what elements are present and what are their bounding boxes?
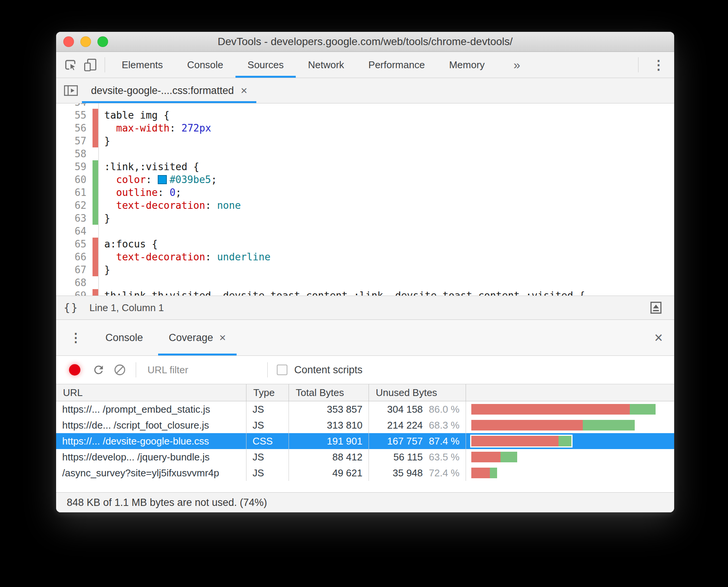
record-button[interactable] [69, 364, 80, 376]
usage-bar [471, 404, 656, 415]
code-text [99, 147, 104, 160]
coverage-summary-text: 848 KB of 1.1 MB bytes are not used. (74… [67, 497, 267, 509]
coverage-marker [93, 199, 99, 212]
show-navigator-icon[interactable] [60, 78, 82, 103]
coverage-marker [93, 147, 99, 160]
coverage-table-header: URLTypeTotal BytesUnused Bytes [56, 384, 674, 401]
code-line: 68 [56, 276, 674, 289]
drawer-tab-console[interactable]: Console [95, 320, 154, 355]
line-number: 66 [56, 250, 86, 263]
inspect-icon[interactable] [61, 52, 80, 78]
cursor-position: Line 1, Column 1 [89, 302, 164, 314]
close-coverage-tab-icon[interactable]: × [219, 331, 226, 344]
code-line: 64 [56, 225, 674, 238]
total-bytes-cell: 49 621 [289, 465, 369, 481]
coverage-summary-bar: 848 KB of 1.1 MB bytes are not used. (74… [56, 492, 674, 512]
line-number: 59 [56, 160, 86, 173]
line-number: 57 [56, 135, 86, 147]
reload-icon[interactable] [88, 363, 109, 376]
coverage-marker [93, 250, 99, 263]
usage-bar [471, 436, 571, 446]
code-line: 55 table img { [56, 109, 674, 122]
usage-bar-cell [466, 433, 674, 449]
url-cell: https://de... /script_foot_closure.js [56, 417, 246, 433]
coverage-marker [93, 103, 99, 109]
color-swatch[interactable] [158, 175, 167, 184]
used-bar-segment [559, 436, 571, 446]
coverage-row[interactable]: /async_survey?site=ylj5ifxusvvmr4p JS 49… [56, 465, 674, 481]
tab-console[interactable]: Console [175, 52, 235, 78]
coverage-marker [93, 122, 99, 135]
close-file-tab-icon[interactable]: × [241, 84, 248, 97]
code-text: color: #039be5; [99, 173, 217, 186]
tab-elements[interactable]: Elements [110, 52, 175, 78]
file-tab[interactable]: devsite-google-....css:formatted × [82, 78, 256, 103]
used-bar-segment [490, 468, 497, 478]
unused-bar-segment [471, 436, 559, 446]
coverage-marker [93, 186, 99, 199]
unused-bar-segment [471, 404, 630, 415]
total-bytes-cell: 191 901 [289, 433, 369, 449]
tab-performance[interactable]: Performance [356, 52, 437, 78]
code-text [99, 276, 104, 289]
code-editor[interactable]: 54 55 table img { 56 max-width: 272px 57… [56, 103, 674, 296]
tab-sources[interactable]: Sources [235, 52, 296, 78]
tab-memory[interactable]: Memory [437, 52, 497, 78]
expand-panel-icon[interactable] [645, 301, 667, 315]
code-text: } [99, 135, 110, 147]
code-text: table img { [99, 109, 169, 122]
total-bytes-cell: 353 857 [289, 401, 369, 417]
coverage-row[interactable]: https://... /devsite-google-blue.css CSS… [56, 433, 674, 449]
more-panels-button[interactable]: » [503, 52, 531, 78]
coverage-marker [93, 135, 99, 147]
line-number: 56 [56, 122, 86, 135]
code-text: } [99, 263, 110, 276]
type-cell: JS [246, 449, 289, 465]
coverage-toolbar: Content scripts [56, 356, 674, 384]
code-line: 58 [56, 147, 674, 160]
pretty-print-icon[interactable]: {} [64, 302, 79, 314]
coverage-row[interactable]: https://develop... /jquery-bundle.js JS … [56, 449, 674, 465]
usage-bar-cell [466, 401, 674, 417]
coverage-marker [93, 276, 99, 289]
line-number: 67 [56, 263, 86, 276]
coverage-marker [93, 173, 99, 186]
drawer-menu-icon[interactable]: ⋮ [61, 320, 90, 355]
column-header-url[interactable]: URL [56, 384, 246, 401]
clear-icon[interactable] [109, 363, 130, 376]
column-header-unused-bytes[interactable]: Unused Bytes [369, 384, 466, 401]
total-bytes-cell: 88 412 [289, 449, 369, 465]
url-cell: https://... /devsite-google-blue.css [56, 433, 246, 449]
coverage-row[interactable]: https://... /prompt_embed_static.js JS 3… [56, 401, 674, 417]
type-cell: CSS [246, 433, 289, 449]
column-header-type[interactable]: Type [246, 384, 289, 401]
maximize-window-button[interactable] [97, 36, 108, 47]
close-window-button[interactable] [63, 36, 74, 47]
coverage-marker [93, 289, 99, 296]
content-scripts-checkbox[interactable] [277, 365, 287, 375]
coverage-row[interactable]: https://de... /script_foot_closure.js JS… [56, 417, 674, 433]
unused-bytes-cell: 214 22468.3 % [369, 417, 466, 433]
unused-bytes-cell: 304 15886.0 % [369, 401, 466, 417]
code-line: 54 [56, 103, 674, 109]
window-title: DevTools - developers.google.com/web/too… [56, 36, 674, 48]
code-line: 59 :link,:visited { [56, 160, 674, 173]
usage-bar [471, 468, 497, 478]
code-text [99, 103, 104, 109]
tab-network[interactable]: Network [296, 52, 356, 78]
minimize-window-button[interactable] [80, 36, 91, 47]
close-drawer-icon[interactable]: × [643, 320, 674, 355]
column-header[interactable] [466, 384, 674, 401]
url-filter-input[interactable] [147, 364, 262, 376]
usage-bar [471, 452, 517, 462]
code-line: 61 outline: 0; [56, 186, 674, 199]
main-menu-button[interactable]: ⋮ [643, 52, 674, 78]
content-scripts-label: Content scripts [294, 364, 362, 376]
device-toolbar-icon[interactable] [80, 52, 100, 78]
code-text [99, 225, 104, 238]
column-header-total-bytes[interactable]: Total Bytes [289, 384, 369, 401]
drawer-tab-coverage[interactable]: Coverage× [158, 320, 237, 355]
total-bytes-cell: 313 810 [289, 417, 369, 433]
used-bar-segment [583, 420, 635, 430]
code-line: 62 text-decoration: none [56, 199, 674, 212]
